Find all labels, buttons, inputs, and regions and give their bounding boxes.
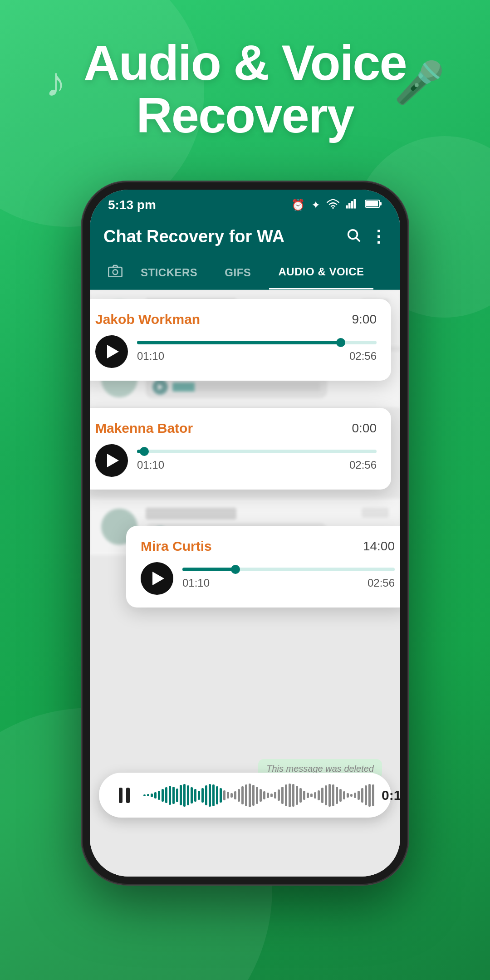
play-button-makenna[interactable] <box>95 444 128 477</box>
wave-bar-26 <box>238 789 240 802</box>
phone-frame: 5:13 pm ⏰ ✦ <box>82 181 408 885</box>
wave-bar-13 <box>191 787 193 804</box>
wave-bar-43 <box>299 788 302 803</box>
total-time-jakob: 02:56 <box>349 350 377 363</box>
battery-icon <box>365 199 382 211</box>
wave-bar-41 <box>292 784 294 807</box>
wave-bar-47 <box>314 792 316 799</box>
wave-bar-16 <box>201 788 204 803</box>
bluetooth-icon: ✦ <box>311 199 320 211</box>
card-time-makenna: 0:00 <box>352 421 377 436</box>
wave-bar-42 <box>296 786 298 805</box>
wave-bar-31 <box>256 787 258 804</box>
tab-stickers[interactable]: STICKERS <box>132 256 206 289</box>
wave-bar-3 <box>154 792 157 799</box>
wave-bar-18 <box>209 784 211 807</box>
progress-thumb-jakob <box>336 338 345 347</box>
more-options-icon[interactable]: ⋮ <box>370 227 387 246</box>
search-icon[interactable] <box>346 227 361 246</box>
waveform-display[interactable] <box>143 783 374 808</box>
wave-bar-12 <box>187 785 189 805</box>
phone-mockup: 5:13 pm ⏰ ✦ <box>82 181 408 885</box>
wave-bar-54 <box>339 789 342 802</box>
wave-bar-5 <box>162 789 164 802</box>
progress-fill-jakob <box>137 341 341 344</box>
svg-line-9 <box>356 238 360 241</box>
wave-bar-50 <box>325 785 327 805</box>
svg-rect-10 <box>108 267 122 277</box>
status-icons: ⏰ ✦ <box>291 199 382 211</box>
progress-bar-makenna[interactable] <box>137 450 377 453</box>
phone-screen: 5:13 pm ⏰ ✦ <box>90 190 400 877</box>
pause-bar-left <box>119 788 122 803</box>
wave-bar-52 <box>332 784 334 806</box>
status-time: 5:13 pm <box>108 198 156 212</box>
pause-icon <box>119 788 130 803</box>
chat-area: This message was deleted Jakob Workman 9… <box>90 290 400 877</box>
wave-bar-38 <box>281 787 284 804</box>
svg-rect-2 <box>348 203 351 209</box>
wave-bar-21 <box>220 788 222 803</box>
wave-bar-32 <box>260 789 262 802</box>
wave-bar-4 <box>158 791 160 800</box>
wave-bar-0 <box>143 794 146 796</box>
wave-bar-39 <box>285 784 287 806</box>
wave-bar-14 <box>194 789 196 802</box>
wave-bar-9 <box>176 789 178 802</box>
wave-bar-7 <box>169 786 171 805</box>
svg-rect-6 <box>366 201 378 206</box>
progress-fill-makenna <box>137 450 144 453</box>
wave-bar-29 <box>249 784 251 807</box>
wave-bar-60 <box>361 788 363 803</box>
wave-bar-40 <box>289 784 291 807</box>
wave-bar-6 <box>165 787 167 803</box>
progress-fill-mira <box>182 568 235 571</box>
pause-bar-right <box>126 788 130 803</box>
wave-bar-23 <box>227 792 229 799</box>
wave-bar-59 <box>358 791 360 800</box>
wave-bar-27 <box>241 786 244 804</box>
progress-bar-jakob[interactable] <box>137 341 377 344</box>
wave-bar-30 <box>252 785 255 806</box>
svg-rect-1 <box>346 206 348 209</box>
card-name-jakob: Jakob Workman <box>95 312 200 327</box>
total-time-mira: 02:56 <box>368 577 395 589</box>
app-bar-title: Chat Recovery for WA <box>103 227 284 246</box>
current-time-mira: 01:10 <box>182 577 210 589</box>
wave-bar-37 <box>278 789 280 801</box>
card-time-mira: 14:00 <box>363 539 395 554</box>
wave-bar-51 <box>328 784 331 807</box>
tab-camera[interactable] <box>99 256 132 289</box>
tab-gifs[interactable]: GIFS <box>216 256 260 289</box>
wave-bar-45 <box>307 793 309 798</box>
progress-thumb-mira <box>231 565 240 574</box>
progress-thumb-makenna <box>140 447 149 456</box>
wave-bar-57 <box>350 794 353 797</box>
mic-icon: 🎤 <box>394 59 445 107</box>
audio-card-mira: Mira Curtis 14:00 <box>126 526 400 608</box>
wave-bar-11 <box>183 784 186 807</box>
player-time: 0:11 <box>382 788 400 803</box>
music-icon: ♪ <box>45 59 66 106</box>
pause-button[interactable] <box>113 784 136 807</box>
svg-point-8 <box>348 230 358 239</box>
wave-bar-22 <box>223 790 225 800</box>
app-bar-actions: ⋮ <box>346 227 387 246</box>
wave-bar-2 <box>151 794 153 797</box>
card-name-mira: Mira Curtis <box>141 539 212 554</box>
svg-rect-3 <box>351 201 353 208</box>
app-bar: Chat Recovery for WA ⋮ <box>90 218 400 255</box>
card-time-jakob: 9:00 <box>352 312 377 327</box>
wave-bar-48 <box>318 790 320 800</box>
play-button-jakob[interactable] <box>95 335 128 368</box>
wave-bar-24 <box>230 793 233 798</box>
wave-bar-25 <box>234 791 236 799</box>
progress-bar-mira[interactable] <box>182 568 395 571</box>
wave-bar-49 <box>321 788 323 803</box>
svg-marker-13 <box>158 384 162 390</box>
play-button-mira[interactable] <box>141 562 173 595</box>
audio-card-makenna: Makenna Bator 0:00 <box>90 408 391 490</box>
tab-audio-voice[interactable]: AUDIO & VOICE <box>269 255 373 289</box>
wave-bar-35 <box>270 794 273 797</box>
wave-bar-56 <box>347 793 349 798</box>
